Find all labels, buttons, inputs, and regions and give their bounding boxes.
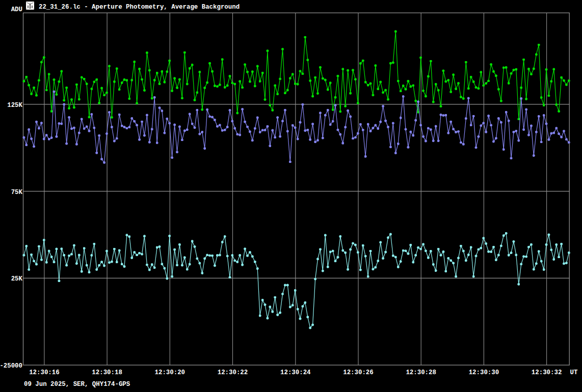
svg-text:12:30:22: 12:30:22: [218, 369, 248, 376]
svg-text:12:30:16: 12:30:16: [29, 369, 60, 376]
svg-text:75K: 75K: [11, 189, 23, 196]
svg-text:12:30:32: 12:30:32: [532, 369, 562, 376]
svg-text:12:30:28: 12:30:28: [406, 369, 436, 376]
svg-text:22_31_26.lc - Aperture Photome: 22_31_26.lc - Aperture Photometry, Avera…: [39, 4, 240, 11]
svg-text:12:30:26: 12:30:26: [343, 369, 374, 376]
svg-text:12:30:30: 12:30:30: [469, 369, 499, 376]
svg-text:125K: 125K: [7, 102, 22, 109]
svg-text:12:30:24: 12:30:24: [280, 369, 311, 376]
svg-text:-25000: -25000: [0, 362, 22, 370]
svg-text:UT: UT: [570, 369, 578, 376]
svg-text:12:30:18: 12:30:18: [92, 369, 122, 376]
svg-text:12:30:20: 12:30:20: [155, 369, 186, 376]
svg-text:ADU: ADU: [11, 6, 22, 13]
svg-text:25K: 25K: [11, 275, 23, 283]
svg-text:09 Jun 2025, SER, QHY174-GPS: 09 Jun 2025, SER, QHY174-GPS: [24, 381, 130, 388]
